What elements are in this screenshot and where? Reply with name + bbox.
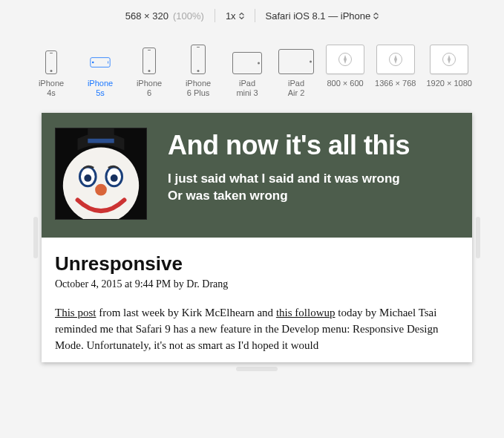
device-label-line: iPhone: [39, 79, 64, 88]
phone-icon: [90, 57, 110, 68]
preview-viewport[interactable]: And now it's all this I just said what I…: [42, 113, 472, 362]
screen-icon: [376, 45, 415, 74]
svg-point-9: [95, 184, 107, 196]
device-label-line: 1366 × 768: [375, 79, 416, 88]
dimensions-value: 568 × 320: [125, 10, 168, 22]
body-link[interactable]: This post: [55, 307, 96, 318]
user-agent-dropdown[interactable]: Safari iOS 8.1 — iPhone: [255, 9, 390, 22]
phone-icon: [143, 48, 156, 74]
device-label-line: mini 3: [236, 88, 258, 97]
device-label-line: iPad: [239, 79, 255, 88]
device-ipad-air-2[interactable]: iPadAir 2: [277, 49, 315, 98]
body-text: from last week by Kirk McElhearn and: [96, 307, 275, 318]
site-title: And now it's all this: [168, 131, 472, 160]
body-link[interactable]: this followup: [276, 307, 336, 318]
post-meta: October 4, 2015 at 9:44 PM by Dr. Drang: [55, 278, 459, 290]
article: Unresponsive October 4, 2015 at 9:44 PM …: [42, 238, 472, 353]
device-label-line: iPhone: [88, 79, 113, 88]
device-iphone-6-plus[interactable]: iPhone6 Plus: [179, 45, 217, 98]
tagline-line: I just said what I said and it was wrong: [168, 171, 400, 186]
post-body: This post from last week by Kirk McElhea…: [55, 305, 459, 353]
screen-icon: [326, 45, 364, 74]
site-header: And now it's all this I just said what I…: [42, 113, 472, 238]
hero-text: And now it's all this I just said what I…: [168, 128, 472, 204]
post-title: Unresponsive: [55, 252, 459, 275]
tablet-icon: [278, 49, 314, 74]
device-iphone-5s[interactable]: iPhone5s: [81, 50, 120, 98]
tablet-icon: [232, 52, 262, 74]
device-800x600[interactable]: 800 × 600: [326, 45, 364, 98]
compass-icon: [388, 52, 403, 67]
user-agent-label: Safari iOS 8.1 — iPhone: [266, 10, 371, 22]
svg-point-8: [111, 174, 118, 182]
device-presets: iPhone4s iPhone5s iPhone6 iPhone6 Plus i…: [0, 31, 504, 108]
device-label-line: Air 2: [288, 88, 305, 97]
screen-icon: [430, 45, 468, 74]
site-tagline: I just said what I said and it was wrong…: [168, 171, 472, 205]
tagline-line: Or was taken wrong: [168, 189, 288, 203]
compass-icon: [442, 52, 456, 67]
device-label-line: iPad: [288, 79, 304, 88]
device-iphone-6[interactable]: iPhone6: [130, 48, 168, 98]
device-label-line: 6 Plus: [187, 88, 210, 97]
avatar: [55, 128, 147, 220]
chevron-updown-icon: [373, 13, 379, 19]
compass-icon: [338, 52, 353, 67]
scale-label: 1x: [226, 10, 236, 22]
phone-icon: [191, 45, 206, 74]
device-iphone-4s[interactable]: iPhone4s: [32, 50, 71, 98]
device-ipad-mini-3[interactable]: iPadmini 3: [228, 52, 266, 98]
resize-handle-bottom[interactable]: [236, 367, 278, 371]
svg-point-7: [84, 174, 91, 182]
dimensions-readout: 568 × 320 (100%): [115, 9, 215, 22]
device-label-line: 4s: [47, 88, 56, 97]
responsive-toolbar: 568 × 320 (100%) 1x Safari iOS 8.1 — iPh…: [0, 0, 504, 31]
chevron-updown-icon: [239, 13, 244, 19]
resize-handle-left[interactable]: [33, 217, 38, 258]
zoom-percent: (100%): [173, 10, 204, 22]
device-label-line: 5s: [96, 88, 105, 97]
device-label-line: iPhone: [186, 79, 211, 88]
viewport-area: And now it's all this I just said what I…: [0, 113, 504, 395]
resize-handle-right[interactable]: [476, 217, 480, 258]
device-label-line: 1920 × 1080: [426, 79, 471, 88]
device-1366x768[interactable]: 1366 × 768: [375, 45, 416, 98]
snowman-icon: [56, 128, 146, 219]
phone-icon: [45, 50, 57, 74]
device-label-line: 800 × 600: [327, 79, 363, 88]
scale-dropdown[interactable]: 1x: [215, 9, 255, 22]
device-label-line: iPhone: [137, 79, 162, 88]
device-label-line: 6: [147, 88, 151, 97]
svg-rect-11: [88, 139, 114, 143]
device-1920x1080[interactable]: 1920 × 1080: [426, 45, 471, 98]
